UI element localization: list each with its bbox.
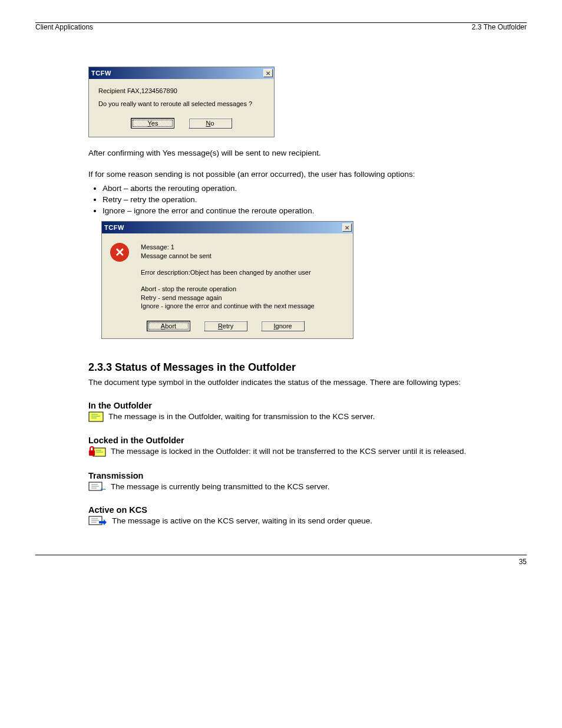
page-number: 35 [519, 558, 527, 566]
paragraph-confirm: After confirming with Yes message(s) wil… [88, 148, 503, 159]
dialog-titlebar: TCFW ✕ [102, 222, 353, 233]
outfolder-icon [88, 411, 104, 422]
no-button[interactable]: No [189, 118, 232, 129]
list-item: Ignore – ignore the error and continue t… [103, 206, 503, 217]
status-title: In the Outfolder [88, 401, 503, 410]
ignore-button[interactable]: Ignore [261, 321, 305, 331]
error-msg-cannot: Message cannot be sent [141, 252, 346, 260]
error-opt-retry: Retry - send message again [141, 294, 346, 302]
status-desc: The message is in the Outfolder, waiting… [108, 411, 375, 422]
active-on-kcs-icon [88, 516, 107, 526]
dialog-question: Do you really want to reroute all select… [98, 100, 265, 107]
status-desc: The message is active on the KCS server,… [112, 516, 372, 526]
svg-point-15 [104, 489, 105, 490]
status-title: Transmission [88, 471, 503, 480]
paragraph-error-intro: If for some reason sending is not possib… [88, 169, 503, 180]
error-description: Error description:Object has been change… [141, 268, 346, 276]
dialog-title: TCFW [104, 224, 124, 231]
section-heading: 2.3.3 Status of Messages in the Outfolde… [88, 361, 503, 374]
list-item: Retry – retry the operation. [103, 195, 503, 206]
svg-point-14 [103, 489, 104, 490]
transmission-icon [88, 482, 106, 492]
status-title: Active on KCS [88, 505, 503, 515]
status-intro: The document type symbol in the outfolde… [88, 377, 503, 388]
page-header: Client Applications 2.3 The Outfolder [35, 23, 527, 31]
error-opt-ignore: Ignore - ignore the error and continue w… [141, 302, 346, 310]
svg-rect-0 [89, 412, 103, 421]
close-icon[interactable]: ✕ [263, 69, 273, 77]
dialog-recipient-line: Recipient FAX,1234567890 [98, 87, 265, 94]
status-desc: The message is locked in the Outfolder: … [111, 446, 466, 457]
close-icon[interactable]: ✕ [342, 223, 352, 232]
dialog-title: TCFW [91, 70, 111, 77]
error-msg-number: Message: 1 [141, 243, 346, 251]
error-icon: ✕ [110, 243, 129, 262]
locked-outfolder-icon [88, 446, 106, 458]
header-right: 2.3 The Outfolder [472, 23, 527, 31]
status-title: Locked in the Outfolder [88, 436, 503, 445]
svg-point-13 [101, 489, 102, 490]
confirm-dialog: TCFW ✕ Recipient FAX,1234567890 Do you r… [88, 67, 275, 137]
svg-point-8 [91, 452, 92, 453]
list-item: Abort – aborts the rerouting operation. [103, 183, 503, 195]
page-footer: 35 [35, 558, 527, 566]
yes-button[interactable]: Yes [131, 118, 174, 129]
abort-button[interactable]: Abort [147, 321, 190, 331]
status-desc: The message is currently being transmitt… [111, 482, 329, 492]
header-left: Client Applications [35, 23, 93, 31]
error-dialog: TCFW ✕ ✕ Message: 1 Message cannot be se… [101, 221, 353, 339]
error-options-list: Abort – aborts the rerouting operation. … [88, 183, 503, 216]
retry-button[interactable]: Retry [204, 321, 247, 331]
error-opt-abort: Abort - stop the reroute operation [141, 285, 346, 293]
dialog-titlebar: TCFW ✕ [89, 67, 274, 79]
